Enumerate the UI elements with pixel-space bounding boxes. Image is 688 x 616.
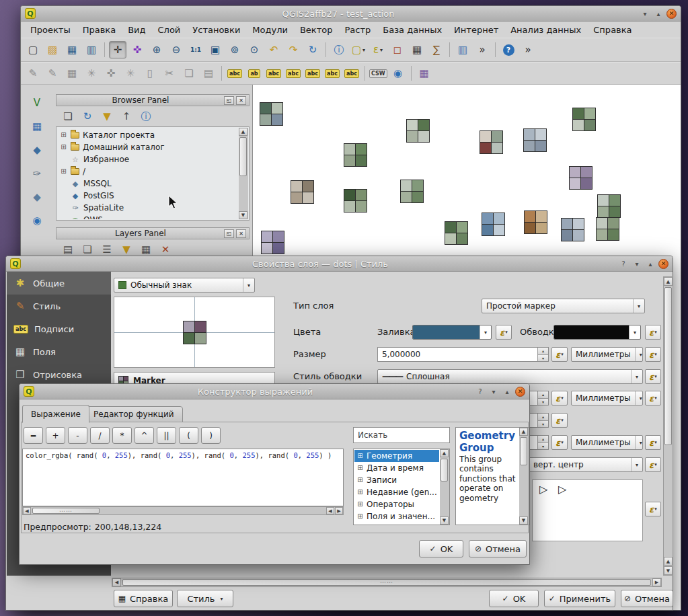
toolbar-overflow-icon[interactable]: »: [473, 41, 491, 59]
zoom-full-icon[interactable]: ▣: [206, 41, 224, 59]
helpscroll-down-icon[interactable]: ▼: [519, 516, 528, 525]
add-wms-layer-icon[interactable]: ◉: [28, 212, 46, 229]
data-defined-stroke-width-button[interactable]: ε▾: [551, 391, 568, 406]
vscroll-thumb[interactable]: [664, 287, 672, 445]
float-layers-panel-icon[interactable]: ◱: [224, 229, 234, 238]
delete-selected-icon[interactable]: ▯: [141, 65, 159, 82]
new-project-icon[interactable]: ▢: [24, 41, 42, 59]
tab-function-editor[interactable]: Редактор функций: [85, 406, 183, 422]
sidebar-item-fields[interactable]: ▦Поля: [7, 340, 111, 363]
ehscroll-right-icon[interactable]: ▶: [335, 507, 343, 514]
close-window-icon[interactable]: ✕: [666, 9, 677, 19]
properties-vertical-scrollbar[interactable]: ▲ ▲ ▼: [663, 276, 673, 576]
paste-features-icon[interactable]: ▤: [200, 65, 217, 82]
data-defined-angle-button[interactable]: ε▾: [551, 413, 568, 428]
row-a-unit-combo[interactable]: Миллиметры▾: [571, 391, 643, 406]
refresh-map-icon[interactable]: ↻: [304, 41, 321, 59]
browser-item-2[interactable]: ⊞Домашний каталог: [58, 141, 237, 153]
operator-button-4[interactable]: /: [90, 427, 110, 444]
browser-item-5[interactable]: ◆MSSQL: [58, 178, 237, 190]
search-functions-input[interactable]: [353, 427, 450, 443]
ftscroll-thumb[interactable]: [441, 459, 448, 482]
function-group-5[interactable]: ⊞Операторы: [354, 498, 439, 510]
layers-panel-header[interactable]: Layers Panel ◱ ✕: [56, 227, 250, 239]
data-defined-size-button[interactable]: ε▾: [551, 347, 568, 362]
vscroll-up-icon[interactable]: ▲: [664, 277, 673, 286]
ehscroll-thumb[interactable]: ⋯⋯: [32, 508, 100, 514]
data-defined-size-unit-button[interactable]: ε▾: [645, 347, 661, 362]
help-scrollbar[interactable]: ▲ ▼: [519, 428, 529, 525]
function-group-4[interactable]: ⊞Недавние (gen...: [354, 486, 439, 498]
statistics-icon[interactable]: ▥: [454, 41, 471, 59]
sidebar-item-rendering[interactable]: ❒Отрисовка: [7, 363, 111, 386]
move-label-icon[interactable]: abc: [304, 65, 321, 82]
expression-title-bar[interactable]: Q Конструктор выражений ? ▾ ▴ ✕: [20, 384, 529, 399]
current-edits-icon[interactable]: ✎: [24, 65, 42, 82]
data-defined-offset-unit-button[interactable]: ε▾: [645, 435, 661, 450]
stroke-color-button[interactable]: ▾: [553, 325, 641, 340]
expand-icon[interactable]: ⊞: [60, 144, 67, 151]
helpscroll-thumb[interactable]: [520, 437, 527, 465]
scroll-up-icon[interactable]: ▲: [239, 128, 247, 136]
function-group-6[interactable]: ⊞Поля и значен...: [354, 510, 439, 523]
label-properties-icon[interactable]: abc: [343, 65, 360, 82]
save-edits-icon[interactable]: ▦: [63, 65, 81, 82]
add-selected-layer-icon[interactable]: ❏: [59, 108, 77, 125]
zoom-next-icon[interactable]: ↷: [284, 41, 302, 59]
browser-scrollbar[interactable]: ▲ ▼: [239, 128, 248, 219]
offset-spinbox-up-icon[interactable]: ▴: [538, 436, 548, 443]
menu-item-12[interactable]: Справка: [588, 23, 637, 37]
menu-item-10[interactable]: Интернет: [449, 23, 504, 37]
add-mssql-layer-icon[interactable]: ◆: [28, 188, 46, 206]
expand-icon[interactable]: ⊞: [356, 501, 364, 508]
operator-button-1[interactable]: =: [24, 427, 43, 444]
row-c-unit-combo[interactable]: Миллиметры▾: [571, 435, 643, 450]
zoom-to-layer-icon[interactable]: ⊙: [245, 41, 263, 59]
function-tree-scrollbar[interactable]: ▲ ▼: [440, 449, 449, 525]
zoom-to-selection-icon[interactable]: ⊚: [226, 41, 243, 59]
size-unit-combo[interactable]: Миллиметры▾: [571, 347, 643, 362]
zoom-native-icon[interactable]: 1:1: [187, 41, 204, 59]
menu-item-4[interactable]: Слой: [153, 23, 186, 37]
properties-horizontal-scrollbar[interactable]: ◀ ⋯⋯ ▶: [112, 578, 662, 587]
helpscroll-up-icon[interactable]: ▲: [519, 428, 528, 436]
toggle-editing-icon[interactable]: ✎: [44, 65, 61, 82]
ehscroll-left-icon[interactable]: ◀: [23, 507, 31, 514]
data-defined-anchor2-button[interactable]: ε▾: [645, 502, 661, 516]
toolbar-overflow-2-icon[interactable]: »: [519, 41, 537, 59]
function-group-2[interactable]: ⊞Дата и время: [354, 462, 439, 474]
browser-item-8[interactable]: ◉OWS: [58, 214, 237, 219]
expand-icon[interactable]: ⊞: [356, 453, 364, 459]
menu-item-2[interactable]: Правка: [77, 23, 121, 37]
processing-icon[interactable]: ▦: [416, 65, 433, 82]
symbol-type-combo[interactable]: Обычный знак▾: [114, 278, 255, 293]
data-defined-offset-button[interactable]: ε▾: [551, 435, 568, 450]
expression-shade-icon[interactable]: ▾: [488, 386, 499, 397]
pan-to-selection-icon[interactable]: ✜: [128, 41, 146, 59]
node-tool-icon[interactable]: ✳: [122, 65, 139, 82]
help-button[interactable]: ▦ Справка: [114, 590, 173, 607]
stroke-width-spinbox-up-icon[interactable]: ▴: [538, 391, 548, 399]
open-project-icon[interactable]: ▨: [44, 41, 61, 59]
operator-button-9[interactable]: ): [201, 427, 221, 444]
hscroll-left-icon[interactable]: ◀: [112, 578, 121, 586]
operator-button-3[interactable]: -: [68, 427, 87, 444]
sidebar-item-style[interactable]: ✎Стиль: [7, 295, 111, 317]
expand-icon[interactable]: ⊞: [356, 513, 364, 520]
identify-features-icon[interactable]: ⓘ: [330, 41, 348, 59]
browser-item-6[interactable]: ◆PostGIS: [58, 190, 237, 202]
data-defined-anchor-button[interactable]: ε▾: [645, 457, 661, 472]
expand-icon[interactable]: ⊞: [356, 489, 364, 496]
menu-item-9[interactable]: База данных: [377, 23, 447, 37]
csw-search-icon[interactable]: CSW: [369, 65, 387, 82]
zoom-last-icon[interactable]: ↶: [265, 41, 282, 59]
label-toolbar-icon[interactable]: ab: [245, 65, 263, 82]
angle-spinbox-up-icon[interactable]: ▴: [538, 414, 548, 421]
zoom-out-icon[interactable]: ⊖: [167, 41, 185, 59]
data-defined-stroke-button[interactable]: ε▾: [645, 325, 661, 340]
add-postgis-layer-icon[interactable]: ◆: [28, 141, 46, 159]
scroll-down-icon[interactable]: ▼: [239, 211, 247, 219]
browser-item-7[interactable]: ✑SpatiaLite: [58, 202, 237, 214]
expression-hscrollbar[interactable]: ◀ ⋯⋯ ◀ ▶: [22, 506, 344, 515]
layer-type-combo[interactable]: Простой маркер▾: [482, 299, 645, 313]
